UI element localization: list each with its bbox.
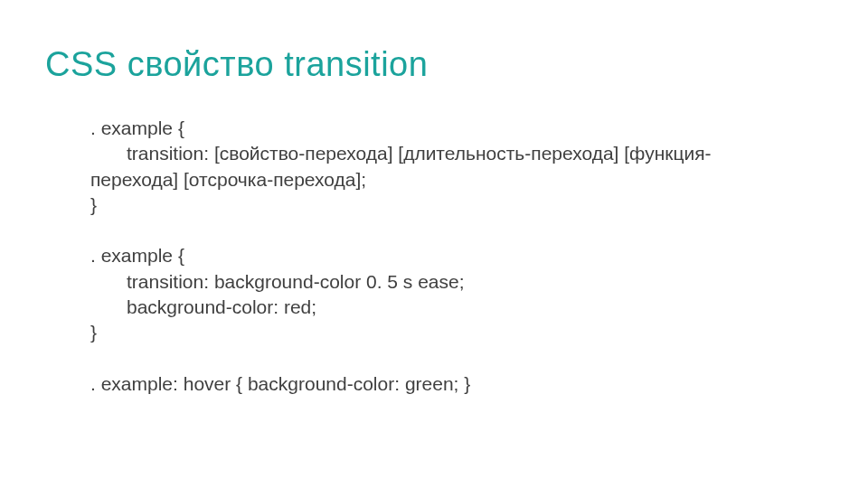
code-example-2: . example { transition: background-color… [45,243,814,345]
selector-line: . example { [90,116,814,141]
selector-name: example [101,117,173,138]
code-example-3: . example: hover { background-color: gre… [45,371,814,397]
property-line: transition: [свойство-перехода] [длитель… [90,141,814,166]
hover-rule: . example: hover { background-color: gre… [90,371,814,397]
close-brace: } [458,373,470,394]
code-example-1: . example { transition: [свойство-перехо… [45,116,814,218]
bgcolor-value: red; [284,296,316,317]
selector-line: . example { [90,243,814,268]
bgcolor-property: background-color: [127,296,284,317]
selector-name: example [101,245,173,266]
transition-property: transition: [127,271,214,292]
transition-property: transition: [127,143,214,164]
property-line: background-color: red; [90,295,814,320]
transition-value-part1: [свойство-перехода] [длительность-перехо… [214,143,712,164]
property-line-wrap: перехода] [отсрочка-перехода]; [90,167,814,192]
open-brace: { [231,373,248,394]
open-brace: { [173,245,184,266]
property-line: transition: background-color 0. 5 s ease… [90,269,814,295]
close-brace: } [90,322,97,343]
slide-title: CSS свойство transition [45,45,814,84]
close-line: } [90,320,814,345]
bgcolor-property: background-color: [248,373,405,394]
close-brace: } [90,194,97,215]
bgcolor-value: green; [405,373,459,394]
open-brace: { [173,117,184,138]
close-line: } [90,192,814,218]
selector-dot: . [90,245,101,266]
selector-dot: . [90,117,101,138]
selector-name: example: hover [101,373,231,394]
transition-value: background-color 0. 5 s ease; [214,271,465,292]
transition-value-part2: перехода] [отсрочка-перехода]; [90,169,366,190]
selector-dot: . [90,373,101,394]
